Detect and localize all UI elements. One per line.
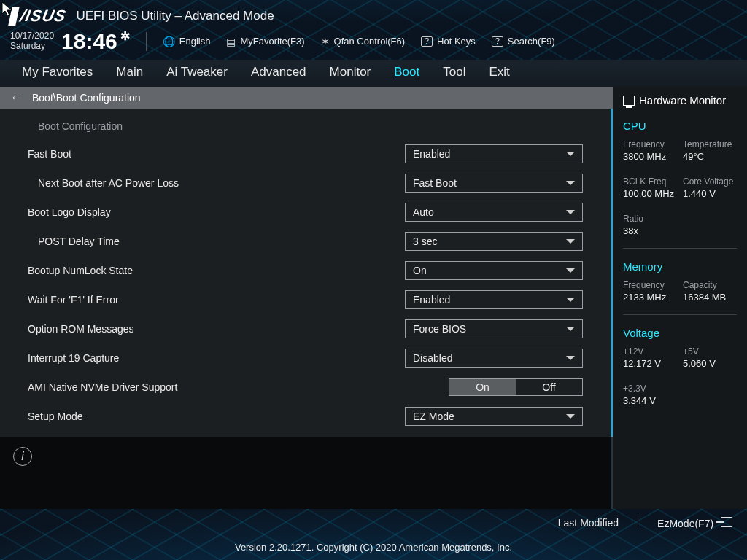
settings-panel: Boot Configuration Fast BootEnabledNext … xyxy=(0,109,613,437)
footer-bar: Last Modified EzMode(F7) xyxy=(0,509,747,537)
question-key-icon: ? xyxy=(492,36,503,47)
back-arrow-icon[interactable]: ← xyxy=(10,91,22,104)
memory-heading: Memory xyxy=(623,260,737,273)
setting-value: Auto xyxy=(413,206,434,218)
v5-value: 5.060 V xyxy=(683,358,737,369)
setting-row: Bootup NumLock StateOn xyxy=(28,256,583,285)
cpu-heading: CPU xyxy=(623,120,737,132)
gear-icon[interactable]: ✲ xyxy=(120,29,130,43)
sidebar-title: Hardware Monitor xyxy=(639,94,726,106)
tab-exit[interactable]: Exit xyxy=(489,65,509,82)
ezmode-button[interactable]: EzMode(F7) xyxy=(657,517,732,529)
chevron-down-icon xyxy=(566,268,575,273)
tab-ai-tweaker[interactable]: Ai Tweaker xyxy=(166,65,228,82)
list-icon: ▤ xyxy=(226,36,236,47)
setting-label: POST Delay Time xyxy=(28,236,405,247)
tab-advanced[interactable]: Advanced xyxy=(251,65,306,82)
exit-icon xyxy=(721,517,732,527)
hotkeys-button[interactable]: ? Hot Keys xyxy=(421,36,476,47)
setting-value: Enabled xyxy=(413,294,450,306)
header-row-tools: 10/17/2020 Saturday 18:46 ✲ 🌐 English ▤ … xyxy=(0,28,747,60)
setting-select[interactable]: Auto xyxy=(405,203,583,222)
setting-row: Setup ModeEZ Mode xyxy=(28,402,583,431)
setting-select[interactable]: Enabled xyxy=(405,290,583,309)
group-title: Boot Configuration xyxy=(38,120,583,132)
setting-select[interactable]: Enabled xyxy=(405,144,583,163)
date-line2: Saturday xyxy=(10,42,54,51)
tab-boot[interactable]: Boot xyxy=(394,65,419,82)
setting-row: Wait For 'F1' If ErrorEnabled xyxy=(28,285,583,314)
setting-row: POST Delay Time3 sec xyxy=(28,227,583,256)
separator xyxy=(146,32,147,51)
setting-label: Bootup NumLock State xyxy=(28,265,405,276)
setting-value: EZ Mode xyxy=(413,411,454,422)
cpu-temperature-value: 49°C xyxy=(683,151,737,162)
setting-row: Interrupt 19 CaptureDisabled xyxy=(28,343,583,373)
clock-time: 18:46 xyxy=(61,29,117,54)
tab-my-favorites[interactable]: My Favorites xyxy=(22,65,93,82)
setting-select[interactable]: On xyxy=(405,261,583,280)
setting-row: Next Boot after AC Power LossFast Boot xyxy=(28,168,583,198)
last-modified-button[interactable]: Last Modified xyxy=(558,517,619,529)
cpu-ratio-value: 38x xyxy=(623,225,677,236)
setting-label: AMI Native NVMe Driver Support xyxy=(28,381,449,393)
qfan-button[interactable]: ✶ Qfan Control(F6) xyxy=(321,36,406,47)
tab-bar: My FavoritesMainAi TweakerAdvancedMonito… xyxy=(0,60,747,88)
chevron-down-icon xyxy=(566,327,575,331)
setting-select[interactable]: Disabled xyxy=(405,349,583,368)
setting-row: Fast BootEnabled xyxy=(28,139,583,168)
v12-label: +12V xyxy=(623,346,677,357)
breadcrumb: ← Boot\Boot Configuration xyxy=(0,87,613,109)
mem-frequency-label: Frequency xyxy=(623,280,677,290)
fan-icon: ✶ xyxy=(321,36,330,47)
setting-select[interactable]: Fast Boot xyxy=(405,174,583,192)
toggle-on: On xyxy=(449,379,516,395)
setting-value: Disabled xyxy=(413,352,452,364)
chevron-down-icon xyxy=(566,414,575,419)
tab-monitor[interactable]: Monitor xyxy=(330,65,371,82)
cpu-bclk-value: 100.00 MHz xyxy=(623,188,677,199)
datetime-block: 10/17/2020 Saturday 18:46 ✲ xyxy=(10,29,130,54)
cpu-vcore-label: Core Voltage xyxy=(683,176,737,187)
separator xyxy=(638,516,638,529)
cpu-ratio-label: Ratio xyxy=(623,214,677,224)
mem-capacity-label: Capacity xyxy=(683,280,737,290)
separator xyxy=(623,248,737,249)
cpu-bclk-label: BCLK Freq xyxy=(623,176,677,187)
setting-label: Option ROM Messages xyxy=(28,323,405,335)
chevron-down-icon xyxy=(566,298,575,302)
v12-value: 12.172 V xyxy=(623,358,677,369)
cpu-temperature-label: Temperature xyxy=(683,139,737,149)
app-title: UEFI BIOS Utility – Advanced Mode xyxy=(76,9,274,23)
question-key-icon: ? xyxy=(421,36,433,47)
setting-select[interactable]: EZ Mode xyxy=(405,407,583,426)
myfavorite-button[interactable]: ▤ MyFavorite(F3) xyxy=(226,36,304,47)
tab-tool[interactable]: Tool xyxy=(443,65,465,82)
separator xyxy=(623,314,737,315)
monitor-icon xyxy=(623,96,635,106)
setting-label: Next Boot after AC Power Loss xyxy=(28,177,405,189)
language-button[interactable]: 🌐 English xyxy=(163,36,211,47)
tab-main[interactable]: Main xyxy=(116,65,143,82)
cpu-frequency-label: Frequency xyxy=(623,139,677,149)
asus-logo: /ISUS xyxy=(8,7,68,26)
copyright-text: Version 2.20.1271. Copyright (C) 2020 Am… xyxy=(0,537,747,560)
setting-row: AMI Native NVMe Driver SupportOnOff xyxy=(28,373,583,402)
search-button[interactable]: ? Search(F9) xyxy=(492,36,555,47)
setting-row: Option ROM MessagesForce BIOS xyxy=(28,314,583,343)
setting-value: Enabled xyxy=(413,148,450,160)
setting-label: Setup Mode xyxy=(28,411,405,422)
chevron-down-icon xyxy=(566,239,575,244)
date-line1: 10/17/2020 xyxy=(10,31,54,41)
setting-label: Fast Boot xyxy=(28,148,405,160)
setting-value: On xyxy=(413,265,427,276)
setting-select[interactable]: 3 sec xyxy=(405,232,583,251)
setting-select[interactable]: Force BIOS xyxy=(405,319,583,338)
chevron-down-icon xyxy=(566,152,575,156)
chevron-down-icon xyxy=(566,210,575,214)
setting-label: Boot Logo Display xyxy=(28,206,405,218)
chevron-down-icon xyxy=(566,181,575,185)
v33-label: +3.3V xyxy=(623,384,677,394)
setting-toggle[interactable]: OnOff xyxy=(449,378,583,396)
v33-value: 3.344 V xyxy=(623,395,677,406)
